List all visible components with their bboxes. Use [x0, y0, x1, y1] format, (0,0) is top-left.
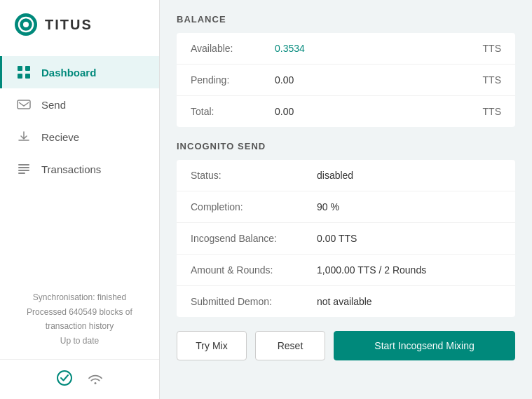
total-value: 0.00 [275, 106, 483, 117]
pending-currency: TTS [483, 74, 501, 86]
sidebar-item-send[interactable]: Send [0, 88, 159, 121]
sidebar-item-label-receive: Recieve [41, 131, 79, 143]
sidebar-item-transactions[interactable]: Transactions [0, 153, 159, 185]
available-value: 0.3534 [275, 43, 483, 54]
incogsend-balance-label: Incogsend Balance: [191, 233, 317, 244]
svg-point-2 [23, 22, 29, 27]
pending-label: Pending: [191, 74, 275, 86]
amount-rounds-label: Amount & Rounds: [191, 264, 317, 276]
dashboard-icon [16, 65, 32, 80]
status-value: disabled [317, 170, 353, 181]
submitted-demon-value: not available [317, 296, 372, 307]
incognito-amount-row: Amount & Rounds: 1,000.00 TTS / 2 Rounds [177, 255, 515, 286]
incognito-completion-row: Completion: 90 % [177, 191, 515, 223]
incognito-balance-row: Incogsend Balance: 0.00 TTS [177, 223, 515, 255]
svg-rect-8 [18, 164, 29, 165]
sidebar: TITUS Dashboard Send [0, 0, 160, 399]
sidebar-item-label-transactions: Transactions [41, 163, 101, 175]
incognito-section-title: INCOGNITO SEND [177, 141, 515, 151]
up-to-date-label: Up to date [14, 334, 145, 348]
action-button-row: Try Mix Reset Start Incogsend Mixing [177, 331, 515, 360]
submitted-demon-label: Submitted Demon: [191, 296, 317, 307]
reset-button[interactable]: Reset [255, 331, 325, 360]
completion-label: Completion: [191, 201, 317, 212]
svg-rect-3 [18, 66, 22, 71]
sidebar-footer: Synchronisation: finished Processed 6405… [0, 279, 159, 359]
sidebar-nav: Dashboard Send Recieve [0, 49, 159, 279]
svg-point-12 [57, 371, 71, 385]
svg-rect-11 [18, 173, 25, 174]
balance-row-total: Total: 0.00 TTS [177, 96, 515, 127]
logo-text: TITUS [45, 17, 93, 33]
svg-rect-5 [18, 74, 22, 79]
start-mixing-button[interactable]: Start Incogsend Mixing [334, 331, 515, 360]
svg-rect-10 [18, 170, 29, 171]
svg-rect-6 [25, 74, 30, 79]
sidebar-item-label-send: Send [41, 99, 66, 111]
balance-section-title: BALANCE [177, 14, 515, 25]
incognito-demon-row: Submitted Demon: not available [177, 286, 515, 317]
check-circle-icon[interactable] [55, 368, 74, 388]
blocks-processed: Processed 640549 blocks of transaction h… [14, 305, 145, 334]
svg-rect-9 [18, 167, 29, 168]
svg-rect-4 [25, 66, 30, 71]
incognito-card: Status: disabled Completion: 90 % Incogs… [177, 160, 515, 317]
balance-row-pending: Pending: 0.00 TTS [177, 65, 515, 96]
completion-value: 90 % [317, 201, 339, 212]
main-content: BALANCE Available: 0.3534 TTS Pending: 0… [160, 0, 532, 399]
sidebar-bottom-bar [0, 359, 159, 399]
total-currency: TTS [483, 106, 501, 117]
titus-logo-icon [14, 13, 38, 36]
try-mix-button[interactable]: Try Mix [177, 331, 247, 360]
transactions-icon [16, 161, 32, 177]
wifi-icon[interactable] [86, 368, 105, 388]
amount-rounds-value: 1,000.00 TTS / 2 Rounds [317, 264, 426, 276]
available-label: Available: [191, 43, 275, 54]
incognito-status-row: Status: disabled [177, 160, 515, 191]
status-label: Status: [191, 170, 317, 181]
sidebar-item-dashboard[interactable]: Dashboard [0, 56, 159, 88]
incogsend-balance-value: 0.00 TTS [317, 233, 357, 244]
total-label: Total: [191, 106, 275, 117]
balance-row-available: Available: 0.3534 TTS [177, 33, 515, 65]
receive-icon [16, 129, 32, 144]
sync-status: Synchronisation: finished [14, 290, 145, 304]
svg-rect-7 [18, 100, 30, 109]
balance-card: Available: 0.3534 TTS Pending: 0.00 TTS … [177, 33, 515, 127]
available-currency: TTS [483, 43, 501, 54]
sidebar-item-receive[interactable]: Recieve [0, 121, 159, 153]
pending-value: 0.00 [275, 74, 483, 86]
send-icon [16, 97, 32, 112]
logo-container: TITUS [0, 0, 159, 49]
sidebar-item-label-dashboard: Dashboard [41, 67, 96, 79]
